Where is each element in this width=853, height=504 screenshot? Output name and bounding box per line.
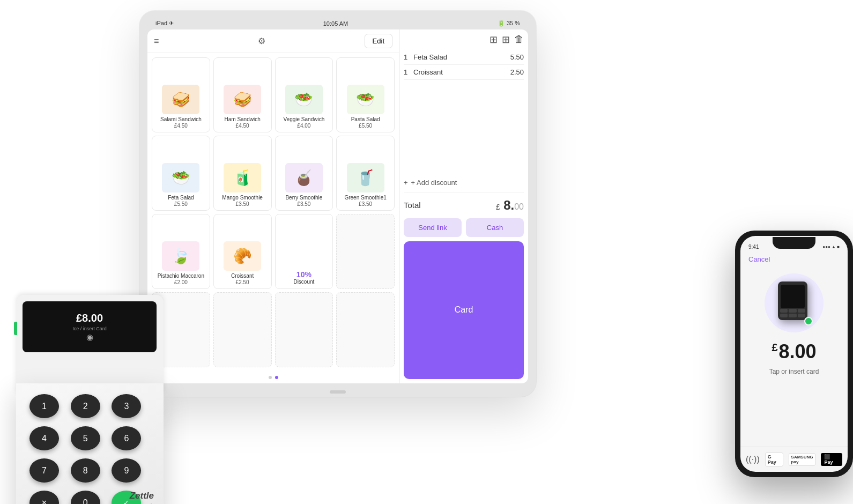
phone-header: Cancel: [740, 253, 848, 265]
product-price: £3.50: [297, 201, 310, 207]
product-image: 🥗: [285, 85, 323, 114]
product-image: 🥪: [224, 85, 261, 114]
cash-button[interactable]: Cash: [466, 218, 524, 237]
product-name: Green Smoothie1: [344, 195, 386, 201]
product-berry-smoothie[interactable]: 🧉 Berry Smoothie £3.50: [275, 136, 333, 211]
item-qty: 1: [404, 53, 413, 61]
grid-icon[interactable]: ⊞: [502, 34, 510, 46]
product-name: Discount: [293, 279, 314, 285]
payment-buttons: Send link Cash: [404, 218, 524, 237]
reader-subtext: Ice / insert Card: [72, 326, 107, 331]
key-5[interactable]: 5: [71, 426, 100, 450]
product-image: 🥗: [347, 85, 384, 114]
barcode-icon[interactable]: ⊞: [489, 34, 498, 46]
product-price: £4.50: [174, 123, 188, 129]
product-empty-3: [213, 292, 272, 367]
zettle-brand: Zettle: [130, 491, 154, 501]
product-price: £4.00: [297, 123, 310, 129]
product-price: £4.50: [236, 123, 249, 129]
key-4[interactable]: 4: [29, 426, 59, 450]
product-veggie-sandwich[interactable]: 🥗 Veggie Sandwich £4.00: [275, 57, 333, 132]
phone-notch: [773, 237, 815, 249]
product-pasta-salad[interactable]: 🥗 Pasta Salad £5.50: [336, 57, 395, 132]
product-name: Pasta Salad: [351, 116, 380, 123]
dot-2: [275, 376, 278, 379]
reader-amount: £8.00: [76, 312, 103, 324]
cart-toolbar: ⊞ ⊞ 🗑: [404, 34, 524, 46]
item-name: Feta Salad: [413, 53, 510, 61]
phone-currency: £: [772, 342, 777, 353]
edit-button[interactable]: Edit: [365, 34, 392, 48]
cancel-button[interactable]: Cancel: [748, 255, 770, 263]
product-ham-sandwich[interactable]: 🥪 Ham Sandwich £4.50: [213, 57, 272, 132]
product-price: £3.50: [236, 201, 249, 207]
add-discount-label: + Add discount: [411, 179, 457, 187]
key-9[interactable]: 9: [112, 458, 141, 483]
plus-icon: +: [404, 179, 408, 187]
add-discount-button[interactable]: + + Add discount: [404, 173, 524, 192]
product-toolbar: ≡ ⚙ Edit: [147, 29, 399, 53]
cart-item-croissant[interactable]: 1 Croissant 2.50: [404, 65, 524, 80]
product-discount[interactable]: 10% Discount: [275, 214, 333, 289]
key-6[interactable]: 6: [112, 426, 141, 450]
product-pistachio-macaron[interactable]: 🍃 Pistachio Maccaron £2.00: [152, 214, 210, 289]
ipad-status-right: 🔋 35 %: [498, 20, 520, 27]
cart-item-feta[interactable]: 1 Feta Salad 5.50: [404, 50, 524, 65]
cart-items: 1 Feta Salad 5.50 1 Croissant 2.50: [404, 50, 524, 173]
key-8[interactable]: 8: [71, 458, 100, 483]
product-image: 🥐: [224, 241, 261, 271]
product-image: 🥪: [162, 85, 199, 114]
ipad-time: 10:05 AM: [323, 20, 348, 27]
item-price: 5.50: [510, 53, 524, 61]
phone-amount: £8.00: [772, 340, 816, 362]
key-0[interactable]: 0: [71, 491, 100, 504]
product-name: Berry Smoothie: [285, 195, 322, 201]
phone-amount-section: £8.00: [772, 340, 816, 363]
ipad-status-left: iPad ✈: [155, 20, 174, 27]
keypad: 1 2 3 4 5 6 7 8 9 ✕ 0 ✓: [29, 394, 147, 504]
phone: 9:41 ●●● ▲ ■ Cancel: [735, 231, 853, 477]
product-name: Ham Sandwich: [224, 116, 260, 123]
key-3[interactable]: 3: [112, 394, 141, 418]
product-image: 🥗: [162, 163, 199, 192]
product-green-smoothie[interactable]: 🥤 Green Smoothie1 £3.50: [336, 136, 395, 211]
product-empty-5: [336, 292, 395, 367]
nfc-payment-icon: ((·)): [746, 455, 760, 464]
delete-icon[interactable]: 🗑: [514, 34, 524, 46]
product-name: Salami Sandwich: [160, 116, 202, 123]
menu-icon[interactable]: ≡: [154, 36, 159, 46]
phone-content: £8.00 Tap or insert card: [740, 265, 848, 447]
product-name: Veggie Sandwich: [284, 116, 325, 123]
product-name: Croissant: [231, 273, 254, 279]
filter-icon[interactable]: ⚙: [258, 36, 265, 46]
product-image: 🍃: [162, 241, 199, 271]
key-2[interactable]: 2: [71, 394, 100, 418]
total-label: Total: [404, 201, 421, 210]
product-price: £5.50: [359, 123, 372, 129]
item-name: Croissant: [413, 68, 510, 76]
item-price: 2.50: [510, 68, 524, 76]
discount-price: 10%: [296, 270, 311, 279]
key-cancel[interactable]: ✕: [29, 491, 59, 504]
product-mango-smoothie[interactable]: 🧃 Mango Smoothie £3.50: [213, 136, 272, 211]
key-7[interactable]: 7: [29, 458, 59, 483]
phone-payment-icons: ((·)) G Pay SAMSUNGpay ⬛ Pay: [740, 447, 848, 472]
product-image: 🧃: [224, 163, 261, 192]
product-name: Feta Salad: [168, 195, 194, 201]
nfc-icon: ◉: [86, 332, 93, 342]
send-link-button[interactable]: Send link: [404, 218, 462, 237]
ipad-status-bar: iPad ✈ 10:05 AM 🔋 35 %: [147, 19, 528, 29]
gpay-icon: G Pay: [765, 453, 783, 466]
product-salami-sandwich[interactable]: 🥪 Salami Sandwich £4.50: [152, 57, 210, 132]
card-button[interactable]: Card: [404, 241, 524, 380]
key-1[interactable]: 1: [29, 394, 59, 418]
item-qty: 1: [404, 68, 413, 76]
total-currency: £: [496, 203, 500, 211]
phone-signal: ●●● ▲ ■: [822, 244, 840, 249]
product-croissant[interactable]: 🥐 Croissant £2.50: [213, 214, 272, 289]
total-value: 8.: [503, 198, 514, 212]
product-feta-salad[interactable]: 🥗 Feta Salad £5.50: [152, 136, 210, 211]
total-amount: £ 8.00: [496, 198, 524, 213]
product-empty-1: [336, 214, 395, 289]
card-reader: £8.00 Ice / insert Card ◉ 1 2 3 4 5 6 7 …: [16, 284, 188, 488]
